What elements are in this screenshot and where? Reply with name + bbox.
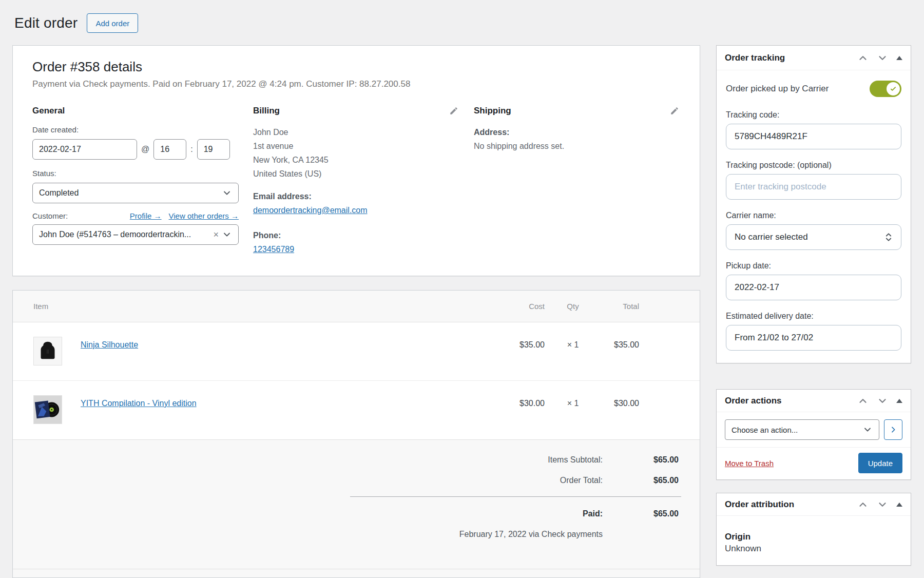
remove-customer-icon[interactable]: × — [213, 230, 219, 239]
order-total-row: Order Total: $65.00 — [13, 476, 679, 485]
chevron-down-icon — [877, 395, 888, 407]
order-attribution-title: Order attribution — [725, 499, 856, 510]
billing-heading-row: Billing — [253, 105, 459, 117]
tracking-postcode-label: Tracking postcode: (optional) — [726, 161, 901, 170]
product-name-link[interactable]: Ninja Silhouette — [81, 340, 138, 349]
item-name-cell: Ninja Silhouette — [81, 337, 493, 350]
tracking-postcode-input[interactable] — [726, 174, 901, 200]
picked-up-toggle[interactable] — [870, 81, 901, 97]
pickup-date-group: Pickup date: — [726, 261, 901, 300]
general-heading: General — [32, 106, 65, 116]
chevron-up-icon — [857, 395, 869, 407]
items-footer-strip — [13, 569, 700, 578]
pencil-icon — [670, 106, 679, 115]
run-action-button[interactable] — [884, 419, 902, 440]
order-details-panel: Order #358 details Payment via Check pay… — [12, 45, 700, 276]
email-link[interactable]: demoordertracking@email.com — [253, 206, 368, 215]
order-subtitle: Payment via Check payments. Paid on Febr… — [32, 79, 680, 89]
delivery-date-label: Estimated delivery date: — [726, 312, 901, 321]
order-attribution-panel: Order attribution Origin Unknown — [716, 493, 911, 566]
qty-cell: × 1 — [553, 395, 593, 408]
add-order-button[interactable]: Add order — [87, 13, 138, 33]
action-select[interactable]: Choose an action... — [725, 419, 879, 440]
tracking-code-group: Tracking code: — [726, 110, 901, 149]
paid-date-note: February 17, 2022 via Check payments — [13, 530, 603, 539]
chevron-down-icon — [222, 229, 232, 240]
email-label: Email address: — [253, 189, 459, 203]
chevron-down-icon — [877, 52, 888, 64]
billing-address-line: United States (US) — [253, 167, 459, 181]
status-select[interactable]: Completed — [32, 183, 239, 203]
item-column-header: Item — [33, 302, 493, 311]
shipping-address-label: Address: — [474, 125, 680, 139]
order-tracking-header: Order tracking — [717, 46, 911, 70]
update-button[interactable]: Update — [858, 453, 902, 473]
order-actions-footer: Move to Trash Update — [717, 447, 911, 479]
time-separator: : — [190, 145, 192, 154]
view-other-orders-link[interactable]: View other orders → — [169, 211, 239, 220]
edit-billing-button[interactable] — [448, 105, 459, 117]
product-thumbnail-vinyl[interactable] — [33, 395, 62, 424]
move-up-button[interactable] — [856, 498, 870, 511]
general-column: General Date created: @ : Status: Comple… — [32, 105, 239, 256]
pencil-icon — [449, 106, 458, 115]
picked-up-row: Order picked up by Carrier — [726, 81, 901, 97]
billing-address-line: 1st avenue — [253, 139, 459, 153]
order-columns: General Date created: @ : Status: Comple… — [32, 105, 680, 256]
cost-column-header: Cost — [493, 302, 545, 311]
chevron-down-icon — [862, 425, 873, 435]
profile-link[interactable]: Profile → — [130, 211, 162, 220]
carrier-label: Carrier name: — [726, 211, 901, 220]
page-title: Edit order — [14, 15, 78, 31]
date-created-label: Date created: — [32, 125, 239, 134]
customer-links: Profile → View other orders → — [130, 211, 239, 220]
items-subtotal-value: $65.00 — [603, 455, 679, 465]
paid-label: Paid: — [583, 509, 603, 518]
edit-shipping-button[interactable] — [669, 105, 680, 117]
move-to-trash-link[interactable]: Move to Trash — [725, 459, 774, 468]
edit-order-page: Edit order Add order Order #358 details … — [0, 0, 924, 578]
pickup-date-input[interactable] — [726, 275, 901, 300]
triangle-up-icon — [896, 56, 902, 60]
collapse-panel-button[interactable] — [895, 398, 903, 404]
page-header: Edit order Add order — [14, 13, 138, 33]
general-heading-row: General — [32, 105, 239, 117]
delivery-date-input[interactable] — [726, 325, 901, 351]
order-actions-panel: Order actions Choose an action... — [716, 389, 911, 480]
product-thumbnail-hoodie[interactable] — [33, 337, 62, 365]
minute-input[interactable] — [197, 139, 230, 160]
items-table-header: Item Cost Qty Total — [13, 291, 700, 322]
panel-controls — [856, 498, 903, 511]
picked-up-label: Order picked up by Carrier — [726, 84, 829, 94]
collapse-panel-button[interactable] — [895, 55, 903, 61]
shipping-heading: Shipping — [474, 106, 511, 116]
collapse-panel-button[interactable] — [895, 502, 903, 508]
phone-link[interactable]: 123456789 — [253, 245, 294, 254]
move-up-button[interactable] — [856, 51, 870, 65]
order-tracking-title: Order tracking — [725, 53, 856, 63]
tracking-code-input[interactable] — [726, 124, 901, 149]
billing-address-line: New York, CA 12345 — [253, 153, 459, 167]
move-up-button[interactable] — [856, 394, 870, 408]
table-row: Ninja Silhouette $35.00 × 1 $35.00 — [13, 322, 700, 380]
status-label: Status: — [32, 169, 239, 178]
toggle-knob — [887, 82, 900, 95]
panel-controls — [856, 394, 903, 408]
delivery-date-group: Estimated delivery date: — [726, 312, 901, 351]
order-totals-section: Items Subtotal: $65.00 Order Total: $65.… — [13, 439, 700, 569]
shipping-address-value: No shipping address set. — [474, 139, 680, 153]
move-down-button[interactable] — [876, 51, 889, 65]
triangle-up-icon — [896, 399, 902, 403]
product-name-link[interactable]: YITH Compilation - Vinyl edition — [81, 399, 197, 408]
customer-select[interactable]: John Doe (#514763 – demoordertrackin... … — [32, 224, 239, 245]
qty-column-header: Qty — [553, 302, 593, 311]
move-down-button[interactable] — [876, 498, 889, 511]
tracking-postcode-group: Tracking postcode: (optional) — [726, 161, 901, 200]
move-down-button[interactable] — [876, 394, 889, 408]
carrier-select[interactable]: No carrier selected — [726, 224, 901, 250]
carrier-group: Carrier name: No carrier selected — [726, 211, 901, 250]
paid-row: Paid: $65.00 — [13, 509, 679, 518]
hour-input[interactable] — [153, 139, 186, 160]
pickup-date-label: Pickup date: — [726, 261, 901, 271]
date-created-input[interactable] — [32, 139, 137, 160]
